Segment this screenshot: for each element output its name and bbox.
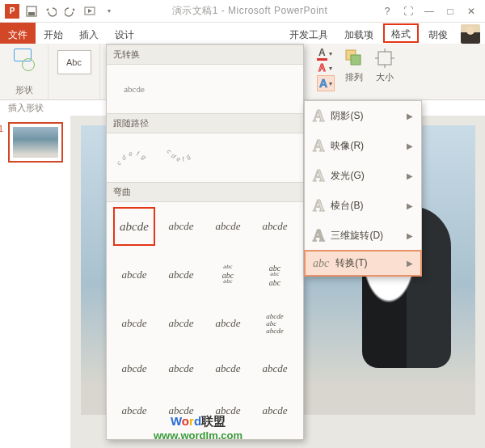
arrange-icon xyxy=(343,47,365,70)
tab-design[interactable]: 设计 xyxy=(107,23,142,44)
gallery-item-warp-stop[interactable]: abcde xyxy=(160,207,202,246)
fx-3d-rotation[interactable]: A三维旋转(D)▶ xyxy=(305,221,421,251)
svg-point-8 xyxy=(217,146,239,169)
arrange-label: 排列 xyxy=(345,71,363,83)
gallery-item-warp-ringout[interactable]: abcᵃᵇᶜabc xyxy=(254,256,296,294)
slide-panel: 1 xyxy=(0,116,71,448)
fx-shadow-label: 阴影(S) xyxy=(331,109,363,123)
insert-shape-icon[interactable] xyxy=(11,47,38,74)
minimize-button[interactable]: — xyxy=(420,4,438,19)
shape-style-preview[interactable]: Abc xyxy=(57,50,91,74)
tab-home[interactable]: 开始 xyxy=(36,23,71,44)
app-icon[interactable]: P xyxy=(5,4,19,19)
tab-devtools[interactable]: 开发工具 xyxy=(281,23,336,44)
slide-number: 1 xyxy=(0,124,3,133)
shape-styles-group: Abc xyxy=(48,44,100,99)
watermark-url: www.wordlm.com xyxy=(154,429,242,442)
close-button[interactable]: ✕ xyxy=(462,4,480,19)
gallery-item-path-arch[interactable]: c d e f g xyxy=(113,138,155,177)
gallery-item-warp-circle[interactable]: abcde xyxy=(207,304,249,343)
gallery-item-warp-triup[interactable]: abcde xyxy=(207,207,249,246)
undo-icon[interactable] xyxy=(44,4,58,19)
fx-transform-label: 转换(T) xyxy=(335,256,367,270)
chevron-right-icon: ▶ xyxy=(407,259,413,268)
qat-more-icon[interactable]: ▾ xyxy=(102,4,116,19)
save-icon[interactable] xyxy=(24,4,39,19)
size-icon xyxy=(373,47,396,70)
text-outline-button[interactable]: A▾ xyxy=(317,62,335,74)
svg-rect-1 xyxy=(28,12,35,15)
chevron-right-icon: ▶ xyxy=(407,231,413,240)
svg-rect-5 xyxy=(378,52,391,65)
glow-icon: A xyxy=(313,167,324,185)
fx-shadow[interactable]: A阴影(S)▶ xyxy=(305,101,421,131)
reflection-icon: A xyxy=(313,137,324,155)
transform-icon: abc xyxy=(313,257,329,270)
gallery-item-warp-chevup[interactable]: abcde xyxy=(113,256,155,294)
transform-gallery: 无转换 abcde 跟随路径 c d e f g c d e f g b c d… xyxy=(106,44,304,440)
gallery-item-warp-wave1[interactable]: abcde xyxy=(113,395,155,427)
rotation3d-icon: A xyxy=(313,226,324,245)
chevron-right-icon: ▶ xyxy=(407,112,413,120)
svg-text:c d e f g: c d e f g xyxy=(115,150,148,167)
gallery-item-warp-candown[interactable]: abcde xyxy=(254,353,296,385)
tab-file[interactable]: 文件 xyxy=(0,23,36,44)
size-button[interactable]: 大小 xyxy=(373,47,396,96)
bevel-icon: A xyxy=(313,197,324,215)
text-fill-button[interactable]: A▾ xyxy=(317,47,335,61)
tab-insert[interactable]: 插入 xyxy=(71,23,107,44)
tab-format[interactable]: 格式 xyxy=(383,23,419,43)
gallery-item-warp-archdown[interactable]: abcde xyxy=(160,304,202,343)
slide-thumbnail-1[interactable] xyxy=(8,122,63,163)
watermark: Word联盟 www.wordlm.com xyxy=(154,414,242,442)
fx-bevel[interactable]: A棱台(B)▶ xyxy=(305,191,421,221)
size-label: 大小 xyxy=(376,71,394,83)
svg-rect-4 xyxy=(351,55,361,65)
gallery-item-warp-tridown[interactable]: abcde xyxy=(254,207,296,246)
gallery-item-path-arch-down[interactable]: c d e f g xyxy=(160,138,202,177)
fx-reflection-label: 映像(R) xyxy=(331,139,364,153)
text-effects-button[interactable]: A▾ xyxy=(317,75,335,91)
title-bar: P ▾ 演示文稿1 - Microsoft PowerPoint ? ⛶ — □… xyxy=(0,0,485,23)
user-avatar[interactable] xyxy=(461,24,480,44)
gallery-item-path-circle[interactable]: b c d e f G h i j xyxy=(207,138,249,177)
arrange-button[interactable]: 排列 xyxy=(343,47,365,96)
gallery-item-warp-curvedown[interactable]: abcde xyxy=(160,353,202,385)
ribbon-right: A▾ A▾ A▾ 排列 大小 xyxy=(310,44,403,99)
shapes-group: 形状 xyxy=(0,44,48,99)
gallery-item-warp-ringin[interactable]: ᵃᵇᶜabcᵃᵇᶜ xyxy=(207,256,249,294)
fx-glow-label: 发光(G) xyxy=(331,169,364,183)
shapes-label: 形状 xyxy=(15,84,33,96)
window-controls: ? ⛶ — □ ✕ xyxy=(378,4,485,19)
svg-text:c d e f g: c d e f g xyxy=(165,148,192,163)
maximize-button[interactable]: □ xyxy=(441,4,459,19)
shadow-icon: A xyxy=(313,107,324,125)
tab-addins[interactable]: 加载项 xyxy=(336,23,382,44)
gallery-item-warp-curveup[interactable]: abcde xyxy=(113,353,155,385)
fx-transform[interactable]: abc转换(T)▶ xyxy=(304,250,422,277)
chevron-right-icon: ▶ xyxy=(407,171,413,180)
gallery-item-warp-button[interactable]: abcdeabcabcde xyxy=(254,304,296,343)
redo-icon[interactable] xyxy=(63,4,78,19)
tab-hujun[interactable]: 胡俊 xyxy=(420,23,456,44)
chevron-right-icon: ▶ xyxy=(407,142,413,150)
gallery-item-warp-archup[interactable]: abcde xyxy=(113,304,155,343)
text-effects-menu: A阴影(S)▶ A映像(R)▶ A发光(G)▶ A棱台(B)▶ A三维旋转(D)… xyxy=(304,100,422,277)
watermark-brand: Word联盟 xyxy=(154,414,242,429)
gallery-item-warp-dblwave2[interactable]: abcde xyxy=(254,395,296,427)
fx-rotation-label: 三维旋转(D) xyxy=(331,229,383,243)
slideshow-icon[interactable] xyxy=(82,4,97,19)
fx-glow[interactable]: A发光(G)▶ xyxy=(305,161,421,191)
help-button[interactable]: ? xyxy=(378,4,396,19)
gallery-item-warp-chevdown[interactable]: abcde xyxy=(160,256,202,294)
window-title: 演示文稿1 - Microsoft PowerPoint xyxy=(121,4,378,18)
svg-text:b c d e f G h i j: b c d e f G h i j xyxy=(209,142,247,143)
fx-reflection[interactable]: A映像(R)▶ xyxy=(305,131,421,161)
gallery-section-no-transform: 无转换 xyxy=(107,44,303,65)
gallery-item-warp-plain[interactable]: abcde xyxy=(113,207,155,246)
gallery-item-warp-canup[interactable]: abcde xyxy=(207,353,249,385)
gallery-item-none[interactable]: abcde xyxy=(113,70,155,108)
ribbon-display-button[interactable]: ⛶ xyxy=(399,4,417,19)
gallery-section-bend: 弯曲 xyxy=(107,182,303,202)
text-fill-stack: A▾ A▾ A▾ xyxy=(317,47,335,96)
